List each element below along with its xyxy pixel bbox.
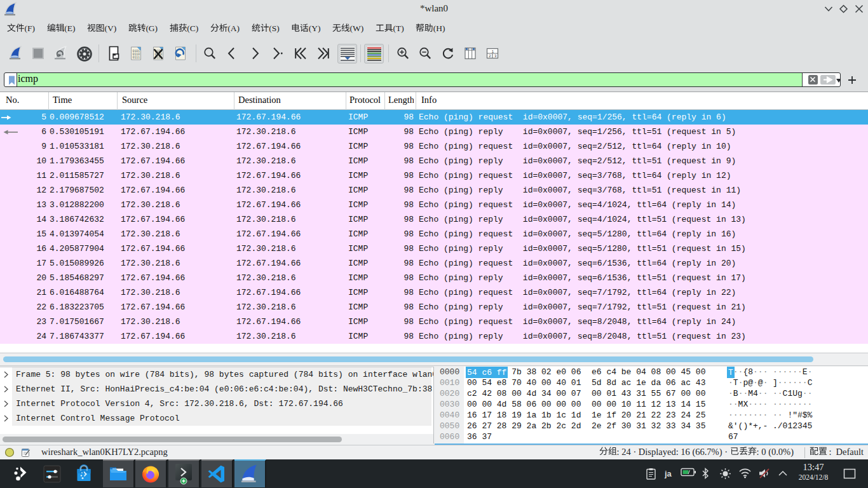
svg-text:0111: 0111	[133, 56, 140, 59]
